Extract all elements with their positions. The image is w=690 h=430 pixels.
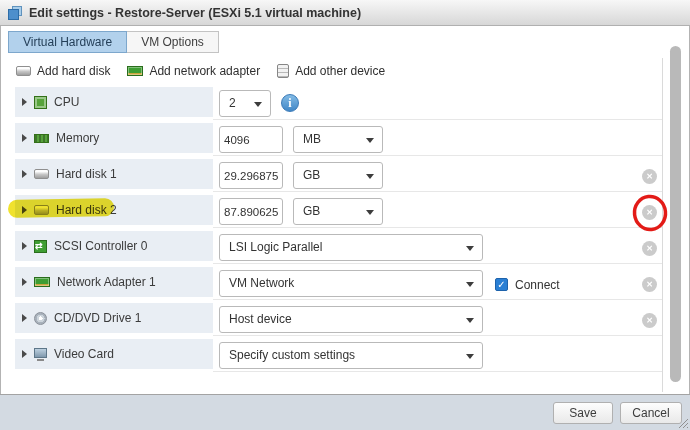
table-row-memory: Memory MB [15,123,662,159]
memory-row-header[interactable]: Memory [15,123,213,153]
table-row-video-card: Video Card Specify custom settings [15,339,662,375]
hard-disk-2-unit-select[interactable]: GB [293,198,383,225]
chevron-down-icon [466,318,474,323]
chevron-down-icon [466,282,474,287]
scsi-controller-icon [34,240,47,253]
cpu-icon [34,96,47,109]
connect-checkbox[interactable] [495,278,508,291]
video-card-settings-value: Specify custom settings [229,348,355,362]
add-network-adapter-button[interactable]: Add network adapter [127,64,260,78]
memory-size-input[interactable] [219,126,283,153]
video-card-settings-select[interactable]: Specify custom settings [219,342,483,369]
video-card-icon [34,348,47,358]
info-icon[interactable] [281,94,299,112]
add-device-toolbar: Add hard disk Add network adapter Add ot… [16,62,402,80]
chevron-down-icon [254,102,262,107]
table-row-network-adapter: Network Adapter 1 VM Network Connect [15,267,662,303]
scsi-controller-row-header[interactable]: SCSI Controller 0 [15,231,213,261]
dialog-titlebar: Edit settings - Restore-Server (ESXi 5.1… [0,0,690,26]
cd-dvd-source-select[interactable]: Host device [219,306,483,333]
memory-unit-select[interactable]: MB [293,126,383,153]
hard-disk-icon [34,169,49,179]
scsi-controller-type-select[interactable]: LSI Logic Parallel [219,234,483,261]
expand-arrow-icon[interactable] [22,170,27,178]
cpu-count-select[interactable]: 2 [219,90,271,117]
cancel-button[interactable]: Cancel [620,402,682,424]
hard-disk-1-label: Hard disk 1 [56,167,117,181]
dialog-title: Edit settings - Restore-Server (ESXi 5.1… [29,6,361,20]
expand-arrow-icon[interactable] [22,314,27,322]
vertical-scrollbar[interactable] [670,46,681,382]
hard-disk-2-row-header[interactable]: Hard disk 2 [15,195,213,225]
hard-disk-icon [34,205,49,215]
expand-arrow-icon[interactable] [22,206,27,214]
table-row-cd-dvd-drive: CD/DVD Drive 1 Host device [15,303,662,339]
hard-disk-1-unit-select[interactable]: GB [293,162,383,189]
network-select-value: VM Network [229,276,294,290]
video-card-row-header[interactable]: Video Card [15,339,213,369]
network-select[interactable]: VM Network [219,270,483,297]
network-adapter-label: Network Adapter 1 [57,275,156,289]
expand-arrow-icon[interactable] [22,98,27,106]
tab-virtual-hardware[interactable]: Virtual Hardware [8,31,127,53]
expand-arrow-icon[interactable] [22,278,27,286]
expand-arrow-icon[interactable] [22,242,27,250]
cpu-row-header[interactable]: CPU [15,87,213,117]
panel-divider [662,58,663,392]
table-row-hard-disk-2: Hard disk 2 GB [15,195,662,231]
network-adapter-row-header[interactable]: Network Adapter 1 [15,267,213,297]
chevron-down-icon [366,210,374,215]
virtual-hardware-table: CPU 2 Memory MB Hard disk 1 GB [15,87,662,375]
memory-label: Memory [56,131,99,145]
add-other-device-button[interactable]: Add other device [277,64,385,78]
table-row-scsi-controller: SCSI Controller 0 LSI Logic Parallel [15,231,662,267]
add-other-device-label: Add other device [295,64,385,78]
remove-hard-disk-1-icon[interactable] [642,169,657,184]
scsi-controller-type-value: LSI Logic Parallel [229,240,322,254]
remove-network-adapter-icon[interactable] [642,277,657,292]
dialog-footer: Save Cancel [0,394,690,430]
save-button[interactable]: Save [553,402,613,424]
edit-settings-icon [8,6,22,20]
hard-disk-2-unit-value: GB [303,204,320,218]
cd-dvd-drive-row-header[interactable]: CD/DVD Drive 1 [15,303,213,333]
network-adapter-icon [34,277,50,287]
add-hard-disk-label: Add hard disk [37,64,110,78]
table-row-cpu: CPU 2 [15,87,662,123]
remove-hard-disk-2-icon[interactable] [642,205,657,220]
chevron-down-icon [466,354,474,359]
chevron-down-icon [366,138,374,143]
cd-dvd-source-value: Host device [229,312,292,326]
memory-icon [34,134,49,143]
hard-disk-1-unit-value: GB [303,168,320,182]
video-card-label: Video Card [54,347,114,361]
tab-vm-options[interactable]: VM Options [127,31,219,53]
scsi-controller-label: SCSI Controller 0 [54,239,147,253]
tab-bar: Virtual Hardware VM Options [8,31,219,53]
device-icon [277,64,289,78]
cpu-count-value: 2 [229,96,236,110]
cpu-label: CPU [54,95,79,109]
table-row-hard-disk-1: Hard disk 1 GB [15,159,662,195]
chevron-down-icon [366,174,374,179]
hard-disk-2-size-input[interactable] [219,198,283,225]
connect-checkbox-label: Connect [515,267,560,303]
memory-unit-value: MB [303,132,321,146]
cd-dvd-drive-label: CD/DVD Drive 1 [54,311,141,325]
chevron-down-icon [466,246,474,251]
add-network-adapter-label: Add network adapter [149,64,260,78]
hard-disk-2-label: Hard disk 2 [56,203,117,217]
remove-cd-dvd-drive-icon[interactable] [642,313,657,328]
network-adapter-icon [127,66,143,76]
expand-arrow-icon[interactable] [22,134,27,142]
hard-disk-1-row-header[interactable]: Hard disk 1 [15,159,213,189]
cd-dvd-icon [34,312,47,325]
hard-disk-1-size-input[interactable] [219,162,283,189]
expand-arrow-icon[interactable] [22,350,27,358]
remove-scsi-controller-icon[interactable] [642,241,657,256]
add-hard-disk-button[interactable]: Add hard disk [16,64,110,78]
hard-disk-icon [16,66,31,76]
